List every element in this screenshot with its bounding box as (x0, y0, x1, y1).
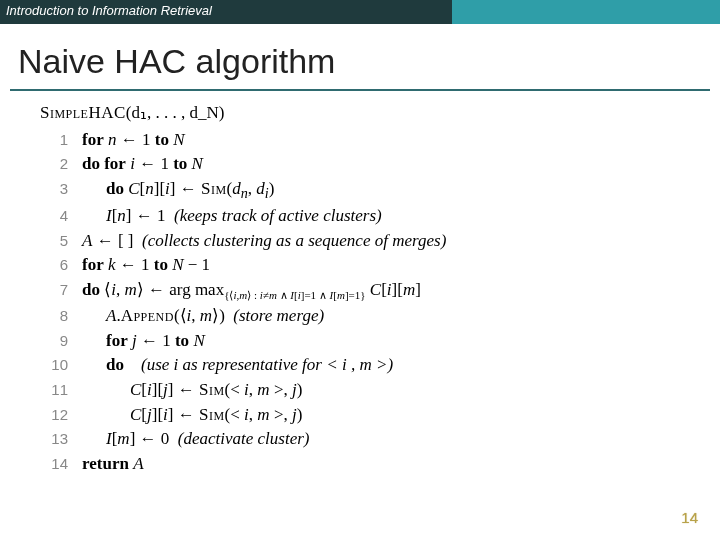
line-body: do ⟨i, m⟩ ← arg max{⟨i,m⟩ : i≠m ∧ I[i]=1… (82, 278, 421, 304)
algorithm-name: SimpleHAC (40, 103, 126, 122)
algorithm-signature: SimpleHAC(d₁, . . . , d_N) (40, 101, 720, 126)
line-number: 8 (40, 305, 68, 327)
title-rule (10, 89, 710, 91)
line-number: 3 (40, 178, 68, 200)
line-number: 4 (40, 205, 68, 227)
algo-line: 9for j ← 1 to N (40, 329, 720, 354)
algo-line: 6for k ← 1 to N − 1 (40, 253, 720, 278)
course-title: Introduction to Information Retrieval (0, 0, 452, 24)
line-number: 5 (40, 230, 68, 252)
algo-line: 12C[j][i] ← Sim(< i, m >, j) (40, 403, 720, 428)
line-number: 10 (40, 354, 68, 376)
algo-line: 5A ← [ ] (collects clustering as a seque… (40, 229, 720, 254)
algorithm-args: (d₁, . . . , d_N) (126, 103, 225, 122)
line-body: do for i ← 1 to N (82, 152, 203, 177)
line-body: for j ← 1 to N (82, 329, 205, 354)
header-bar: Introduction to Information Retrieval (0, 0, 720, 24)
line-number: 14 (40, 453, 68, 475)
line-body: do C[n][i] ← Sim(dn, di) (82, 177, 274, 204)
algo-line: 13I[m] ← 0 (deactivate cluster) (40, 427, 720, 452)
algo-line: 11C[i][j] ← Sim(< i, m >, j) (40, 378, 720, 403)
line-body: A.Append(⟨i, m⟩) (store merge) (82, 304, 324, 329)
algo-line: 10do (use i as representative for < i , … (40, 353, 720, 378)
line-number: 12 (40, 404, 68, 426)
header-accent (452, 0, 720, 24)
line-number: 1 (40, 129, 68, 151)
algo-line: 4I[n] ← 1 (keeps track of active cluster… (40, 204, 720, 229)
line-number: 6 (40, 254, 68, 276)
line-body: do (use i as representative for < i , m … (82, 353, 393, 378)
line-body: C[i][j] ← Sim(< i, m >, j) (82, 378, 302, 403)
line-number: 11 (40, 379, 68, 401)
line-number: 7 (40, 279, 68, 301)
page-number: 14 (681, 509, 698, 526)
line-body: I[m] ← 0 (deactivate cluster) (82, 427, 310, 452)
algo-line: 7do ⟨i, m⟩ ← arg max{⟨i,m⟩ : i≠m ∧ I[i]=… (40, 278, 720, 304)
algo-line: 2do for i ← 1 to N (40, 152, 720, 177)
line-body: return A (82, 452, 144, 477)
algo-line: 14return A (40, 452, 720, 477)
line-number: 13 (40, 428, 68, 450)
line-body: I[n] ← 1 (keeps track of active clusters… (82, 204, 382, 229)
slide-title: Naive HAC algorithm (18, 42, 720, 81)
line-body: for k ← 1 to N − 1 (82, 253, 210, 278)
line-body: C[j][i] ← Sim(< i, m >, j) (82, 403, 302, 428)
algo-line: 3do C[n][i] ← Sim(dn, di) (40, 177, 720, 204)
line-number: 9 (40, 330, 68, 352)
algorithm-block: SimpleHAC(d₁, . . . , d_N) 1for n ← 1 to… (40, 101, 720, 477)
line-number: 2 (40, 153, 68, 175)
algo-line: 1for n ← 1 to N (40, 128, 720, 153)
algo-line: 8A.Append(⟨i, m⟩) (store merge) (40, 304, 720, 329)
line-body: for n ← 1 to N (82, 128, 184, 153)
line-body: A ← [ ] (collects clustering as a sequen… (82, 229, 446, 254)
